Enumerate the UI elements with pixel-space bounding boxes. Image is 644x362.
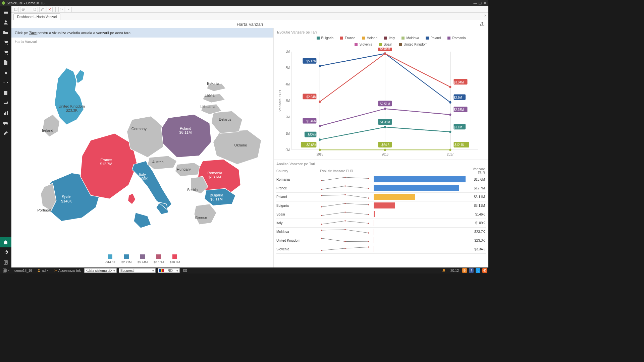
map-legend-item: -$14.8K — [105, 254, 116, 264]
table-cell-country: Spain — [276, 213, 320, 216]
trend-icon[interactable] — [0, 98, 11, 108]
legend-item[interactable]: United Kingdom — [399, 43, 427, 46]
table-row[interactable]: Spain $146K — [276, 210, 486, 219]
cart-in-icon[interactable] — [0, 48, 11, 58]
status-sysdate-input[interactable]: <data sistemului>▾ — [84, 268, 117, 273]
map-country-belarus[interactable] — [211, 111, 242, 133]
table-cell-bar — [374, 176, 466, 182]
facebook-icon[interactable]: f — [469, 268, 474, 273]
svg-point-82 — [321, 238, 322, 239]
building-icon[interactable] — [0, 88, 11, 98]
svg-text:0M: 0M — [286, 148, 290, 152]
map-country-latvia[interactable] — [203, 94, 225, 103]
table-row[interactable]: Moldova $23.7K — [276, 228, 486, 236]
svg-text:1M: 1M — [286, 131, 290, 135]
svg-text:2016: 2016 — [382, 152, 388, 156]
svg-point-80 — [344, 229, 346, 230]
cart-out-icon[interactable] — [0, 38, 11, 48]
svg-text:-$12.1K: -$12.1K — [454, 143, 465, 147]
gear-icon[interactable] — [0, 247, 11, 257]
svg-point-78 — [368, 223, 369, 224]
map-country-poland[interactable] — [161, 114, 211, 157]
link-icon[interactable] — [0, 68, 11, 78]
table-row[interactable]: France $12.7M — [276, 184, 486, 193]
svg-text:$3.84M: $3.84M — [454, 80, 464, 84]
status-link[interactable]: Acceseaza link — [52, 268, 82, 273]
menu-toggle-icon[interactable] — [0, 7, 11, 17]
svg-point-69 — [368, 197, 369, 199]
table-row[interactable]: Poland $6.11M — [276, 193, 486, 201]
line-chart-plot[interactable]: 0M1M2M3M4M5M6M201520162017Vanzare EUR$5.… — [277, 48, 485, 160]
table-cell-value: $13.6M — [466, 178, 486, 181]
status-notify-icon[interactable] — [440, 268, 447, 273]
legend-item[interactable]: Moldova — [401, 36, 419, 40]
customers-icon[interactable] — [0, 17, 11, 27]
svg-text:2M: 2M — [286, 115, 290, 119]
legend-item[interactable]: Bulgaria — [317, 36, 334, 40]
main-area: Dashboard - Harta Vanzari × Harta Vanzar… — [11, 6, 488, 267]
rss-icon[interactable]: ⦿ — [482, 268, 487, 273]
legend-item[interactable]: France — [340, 36, 355, 40]
map-plot[interactable]: United Kingdom$23.3KIrelandSpain$146KPor… — [11, 44, 273, 251]
dropdown-icon[interactable] — [66, 7, 72, 12]
map-country-italy[interactable] — [132, 161, 172, 228]
analysis-table[interactable]: Country Evolutie Vanzare EUR Vanzare EUR… — [276, 167, 486, 265]
table-cell-bar — [374, 246, 466, 252]
home-icon[interactable] — [0, 237, 11, 247]
status-user[interactable]: ad — [36, 268, 50, 273]
svg-point-26 — [384, 52, 386, 55]
legend-item[interactable]: Poland — [426, 36, 441, 40]
dashboard-title: Harta Vanzari — [237, 22, 263, 27]
svg-point-64 — [321, 189, 322, 190]
svg-text:Vanzare EUR: Vanzare EUR — [278, 90, 282, 112]
table-row[interactable]: Romania $13.6M — [276, 175, 486, 184]
svg-point-35 — [384, 108, 386, 110]
window-minimize-button[interactable]: — — [473, 1, 478, 5]
tools-icon[interactable] — [0, 128, 11, 138]
legend-item[interactable]: Slovenia — [355, 43, 372, 46]
delete-icon[interactable] — [47, 7, 53, 12]
table-row[interactable]: United Kingdom $23.3K — [276, 236, 486, 245]
globe-icon[interactable] — [20, 7, 26, 12]
document-arrow-icon[interactable] — [0, 58, 11, 68]
svg-text:4M: 4M — [286, 82, 290, 86]
toolbar-button-1[interactable] — [13, 7, 19, 12]
window-close-button[interactable]: ✕ — [482, 1, 487, 5]
edit-icon[interactable] — [39, 7, 45, 12]
chain-link-icon[interactable] — [58, 7, 64, 12]
twitter-icon[interactable]: t — [476, 268, 480, 273]
table-row[interactable]: Italy $109K — [276, 219, 486, 228]
balance-icon[interactable] — [0, 78, 11, 88]
table-cell-spark — [320, 203, 374, 208]
legend-item[interactable]: Holand — [362, 36, 377, 40]
status-keyboard-icon[interactable] — [182, 268, 189, 273]
map-country-austria[interactable] — [148, 156, 177, 170]
tab-dashboard[interactable]: Dashboard - Harta Vanzari — [13, 13, 60, 20]
legend-item[interactable]: Italy — [384, 36, 395, 40]
statusbar: demo18_16 ad Acceseaza link <data sistem… — [0, 267, 488, 274]
legend-item[interactable]: Romania — [447, 36, 466, 40]
tab-close-button[interactable]: × — [484, 13, 486, 17]
blogger-icon[interactable]: B — [462, 268, 467, 273]
legend-item[interactable]: Spain — [379, 43, 392, 46]
bar-chart-icon[interactable] — [0, 108, 11, 118]
status-time: 20.12 — [449, 268, 460, 273]
table-row[interactable]: Slovenia $3.34K — [276, 245, 486, 254]
doc-icon[interactable] — [32, 7, 38, 12]
window-maximize-button[interactable]: ▢ — [478, 1, 482, 5]
share-icon[interactable] — [480, 21, 485, 27]
folder-open-icon[interactable] — [0, 27, 11, 38]
table-cell-country: Romania — [276, 178, 320, 181]
map-country-greece[interactable] — [194, 204, 217, 225]
map-country-united-kingdom[interactable] — [54, 68, 84, 125]
report-icon[interactable] — [0, 257, 11, 267]
svg-text:6M: 6M — [286, 50, 290, 54]
table-row[interactable]: Bulgaria $3.11M — [276, 201, 486, 210]
status-locale[interactable]: RO ▾ — [158, 268, 180, 273]
map-country-ireland[interactable] — [42, 114, 59, 137]
svg-point-34 — [319, 125, 321, 127]
status-city-input[interactable]: Bucuresti▾ — [119, 268, 156, 273]
grid-status-icon[interactable] — [1, 268, 11, 273]
truck-icon[interactable] — [0, 118, 11, 128]
map-country-estonia[interactable] — [207, 83, 226, 92]
